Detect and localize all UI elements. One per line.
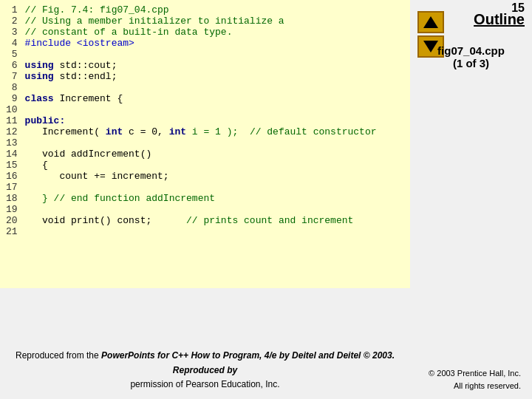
top-row: 1// Fig. 7.4: fig07_04.cpp2// Using a me… bbox=[0, 0, 532, 288]
line-content: using std::cout; bbox=[25, 60, 404, 71]
table-row: 7using std::endl; bbox=[6, 71, 404, 82]
code-token: int bbox=[169, 126, 186, 137]
file-info: fig07_04.cpp (1 of 3) bbox=[437, 44, 505, 69]
line-number: 14 bbox=[6, 149, 25, 160]
page-layout: 1// Fig. 7.4: fig07_04.cpp2// Using a me… bbox=[0, 0, 532, 399]
line-number: 6 bbox=[6, 60, 25, 71]
table-row: 3// constant of a built-in data type. bbox=[6, 27, 404, 38]
line-number: 21 bbox=[6, 226, 25, 237]
code-token: void print() const; bbox=[25, 215, 152, 226]
line-number: 4 bbox=[6, 38, 25, 49]
code-token: c = 0, bbox=[123, 126, 168, 137]
line-content: #include <iostream> bbox=[25, 38, 404, 49]
table-row: 17 bbox=[6, 182, 404, 193]
table-row: 6using std::cout; bbox=[6, 60, 404, 71]
line-number: 3 bbox=[6, 27, 25, 38]
bottom-row: Reproduced from the PowerPoints for C++ … bbox=[0, 288, 532, 399]
table-row: 1// Fig. 7.4: fig07_04.cpp bbox=[6, 4, 404, 16]
table-row: 9class Increment { bbox=[6, 93, 404, 104]
code-token: int bbox=[106, 126, 123, 137]
line-number: 7 bbox=[6, 71, 25, 82]
line-content: Increment( int c = 0, int i = 1 ); // de… bbox=[25, 126, 404, 137]
line-number: 10 bbox=[6, 104, 25, 115]
copyright-block: © 2003 Prentice Hall, Inc. All rights re… bbox=[399, 367, 521, 392]
code-token: count += increment; bbox=[25, 171, 169, 182]
table-row: 18 } // end function addIncrement bbox=[6, 193, 404, 204]
code-token: #include bbox=[25, 38, 77, 49]
line-number: 9 bbox=[6, 93, 25, 104]
line-content: using std::endl; bbox=[25, 71, 404, 82]
code-token: { bbox=[25, 160, 48, 171]
code-token: void addIncrement() bbox=[25, 149, 152, 160]
line-content: // Fig. 7.4: fig07_04.cpp bbox=[25, 4, 404, 16]
line-content bbox=[25, 49, 404, 60]
line-content: // constant of a built-in data type. bbox=[25, 27, 404, 38]
code-panel: 1// Fig. 7.4: fig07_04.cpp2// Using a me… bbox=[0, 0, 410, 288]
line-number: 19 bbox=[6, 204, 25, 215]
line-content: public: bbox=[25, 115, 404, 126]
table-row: 12 Increment( int c = 0, int i = 1 ); //… bbox=[6, 126, 404, 137]
line-content bbox=[25, 82, 404, 93]
line-content bbox=[25, 104, 404, 115]
table-row: 10 bbox=[6, 104, 404, 115]
line-number: 16 bbox=[6, 171, 25, 182]
table-row: 16 count += increment; bbox=[6, 171, 404, 182]
copyright-line1: © 2003 Prentice Hall, Inc. bbox=[399, 367, 521, 380]
code-token: i = 1 ); // default constructor bbox=[186, 126, 376, 137]
code-token: // Using a member initializer to initial… bbox=[25, 16, 284, 27]
line-content: class Increment { bbox=[25, 93, 404, 104]
line-number: 2 bbox=[6, 16, 25, 27]
table-row: 2// Using a member initializer to initia… bbox=[6, 16, 404, 27]
line-content: } // end function addIncrement bbox=[25, 193, 404, 204]
table-row: 11public: bbox=[6, 115, 404, 126]
arrow-up-icon bbox=[423, 16, 438, 28]
table-row: 19 bbox=[6, 204, 404, 215]
copyright-line2: All rights reserved. bbox=[399, 380, 521, 392]
code-token: Increment { bbox=[54, 93, 123, 104]
footer-text: Reproduced from the PowerPoints for C++ … bbox=[11, 349, 399, 392]
line-number: 17 bbox=[6, 182, 25, 193]
code-token: // prints count and increment bbox=[151, 215, 353, 226]
code-token: public: bbox=[25, 115, 66, 126]
code-table: 1// Fig. 7.4: fig07_04.cpp2// Using a me… bbox=[6, 4, 404, 237]
line-number: 1 bbox=[6, 4, 25, 16]
code-token: Increment( bbox=[25, 126, 106, 137]
file-info-line1: fig07_04.cpp bbox=[437, 44, 505, 57]
table-row: 5 bbox=[6, 49, 404, 60]
line-content: void print() const; // prints count and … bbox=[25, 215, 404, 226]
line-content: // Using a member initializer to initial… bbox=[25, 16, 404, 27]
line-number: 11 bbox=[6, 115, 25, 126]
line-number: 15 bbox=[6, 160, 25, 171]
line-number: 18 bbox=[6, 193, 25, 204]
sidebar: 15 Outline fig07_04.cpp (1 of 3) bbox=[410, 0, 532, 288]
table-row: 14 void addIncrement() bbox=[6, 149, 404, 160]
code-token: // Fig. 7.4: fig07_04.cpp bbox=[25, 4, 169, 16]
code-token: using bbox=[25, 60, 54, 71]
code-token: using bbox=[25, 71, 54, 82]
line-content: void addIncrement() bbox=[25, 149, 404, 160]
line-content: { bbox=[25, 160, 404, 171]
line-number: 12 bbox=[6, 126, 25, 137]
line-number: 8 bbox=[6, 82, 25, 93]
line-number: 5 bbox=[6, 49, 25, 60]
outline-label: Outline bbox=[474, 11, 525, 28]
line-number: 13 bbox=[6, 137, 25, 149]
table-row: 13 bbox=[6, 137, 404, 149]
table-row: 20 void print() const; // prints count a… bbox=[6, 215, 404, 226]
table-row: 8 bbox=[6, 82, 404, 93]
nav-up-button[interactable] bbox=[417, 11, 444, 33]
line-content: count += increment; bbox=[25, 171, 404, 182]
arrow-down-icon bbox=[423, 41, 438, 52]
line-content bbox=[25, 182, 404, 193]
footer-text-content: Reproduced from the PowerPoints for C++ … bbox=[16, 350, 395, 389]
table-row: 15 { bbox=[6, 160, 404, 171]
code-token: <iostream> bbox=[77, 38, 134, 49]
code-token: // constant of a built-in data type. bbox=[25, 27, 233, 38]
file-info-line2: (1 of 3) bbox=[437, 57, 505, 69]
line-content bbox=[25, 204, 404, 215]
code-token: class bbox=[25, 93, 54, 104]
table-row: 21 bbox=[6, 226, 404, 237]
line-content bbox=[25, 226, 404, 237]
code-token: } // end function addIncrement bbox=[25, 193, 215, 204]
line-number: 20 bbox=[6, 215, 25, 226]
